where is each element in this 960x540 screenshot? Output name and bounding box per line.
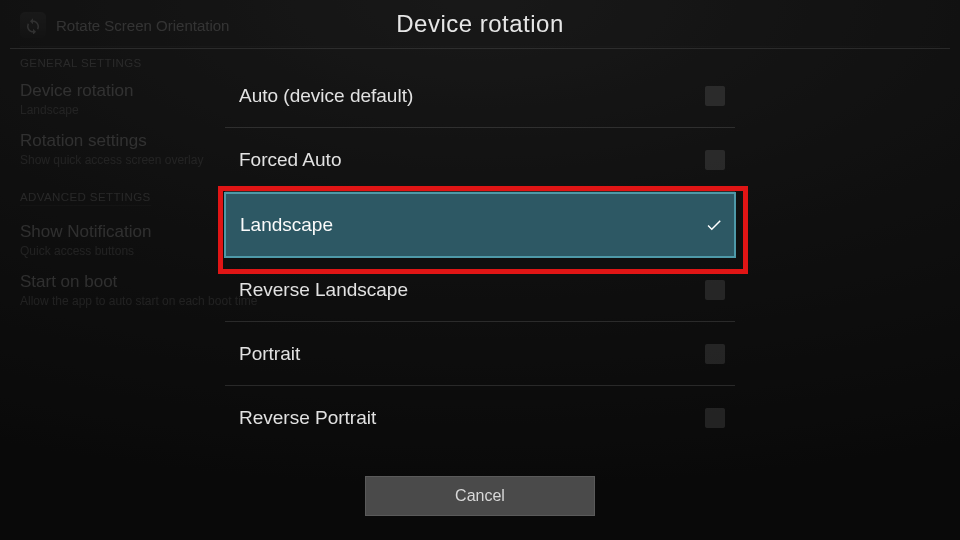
cancel-button-label: Cancel <box>455 487 505 505</box>
divider <box>10 48 950 49</box>
option-auto-default[interactable]: Auto (device default) <box>225 64 735 128</box>
checkbox-icon <box>705 150 725 170</box>
option-reverse-portrait[interactable]: Reverse Portrait <box>225 386 735 450</box>
option-label: Auto (device default) <box>239 85 413 107</box>
option-label: Landscape <box>240 214 333 236</box>
checkbox-icon <box>705 86 725 106</box>
dialog-title: Device rotation <box>180 10 780 38</box>
option-forced-auto[interactable]: Forced Auto <box>225 128 735 192</box>
cancel-button[interactable]: Cancel <box>365 476 595 516</box>
option-portrait[interactable]: Portrait <box>225 322 735 386</box>
option-label: Forced Auto <box>239 149 341 171</box>
checkbox-icon <box>705 344 725 364</box>
device-rotation-dialog: Device rotation Auto (device default) Fo… <box>180 0 780 516</box>
option-reverse-landscape[interactable]: Reverse Landscape <box>225 258 735 322</box>
checkbox-icon <box>705 280 725 300</box>
option-label: Reverse Portrait <box>239 407 376 429</box>
option-label: Portrait <box>239 343 300 365</box>
checkbox-icon <box>705 408 725 428</box>
option-landscape[interactable]: Landscape <box>224 192 736 258</box>
option-list: Auto (device default) Forced Auto Landsc… <box>225 64 735 450</box>
option-label: Reverse Landscape <box>239 279 408 301</box>
checkmark-icon <box>704 215 724 235</box>
